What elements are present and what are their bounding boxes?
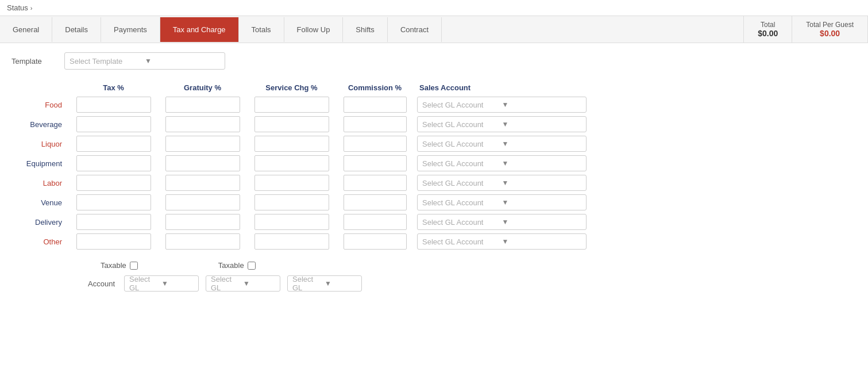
gl-select-liquor[interactable]: Select GL Account ▼ — [417, 136, 587, 152]
tab-contract[interactable]: Contract — [388, 17, 442, 42]
tax-input-food[interactable] — [76, 97, 151, 113]
tax-cell-liquor — [69, 136, 158, 152]
gratuity-cell-liquor — [158, 136, 247, 152]
gl-select-delivery[interactable]: Select GL Account ▼ — [417, 214, 587, 230]
commission-input-food[interactable] — [344, 97, 407, 113]
gl-select-equipment[interactable]: Select GL Account ▼ — [417, 155, 587, 171]
sales-account-cell-beverage: Select GL Account ▼ — [414, 116, 592, 132]
sales-account-cell-labor: Select GL Account ▼ — [414, 175, 592, 191]
service-chg-input-liquor[interactable] — [254, 136, 329, 152]
service-chg-input-delivery[interactable] — [254, 214, 329, 230]
gratuity-input-beverage[interactable] — [165, 116, 240, 132]
tab-general[interactable]: General — [0, 17, 52, 42]
gl-select-labor[interactable]: Select GL Account ▼ — [417, 175, 587, 191]
column-headers: Tax % Gratuity % Service Chg % Commissio… — [11, 81, 857, 94]
tab-totals[interactable]: Totals — [239, 17, 284, 42]
commission-cell-liquor — [336, 136, 414, 152]
gratuity-input-food[interactable] — [165, 97, 240, 113]
status-bar: Status › — [0, 0, 868, 16]
tax-input-venue[interactable] — [76, 194, 151, 210]
tax-cell-venue — [69, 194, 158, 210]
gl-placeholder-beverage: Select GL Account — [422, 120, 502, 129]
row-label-beverage: Beverage — [11, 120, 69, 129]
col-header-commission: Commission % — [336, 81, 414, 94]
tax-cell-labor — [69, 175, 158, 191]
taxable-checkbox-2[interactable] — [248, 262, 256, 270]
gratuity-input-labor[interactable] — [165, 175, 240, 191]
row-label-liquor: Liquor — [11, 140, 69, 148]
total-label: Total — [758, 21, 778, 29]
per-guest-label: Total Per Guest — [806, 21, 854, 29]
tab-payments[interactable]: Payments — [101, 17, 160, 42]
tax-input-beverage[interactable] — [76, 116, 151, 132]
taxable-item-1: Taxable — [101, 261, 138, 270]
tab-follow-up[interactable]: Follow Up — [284, 17, 344, 42]
taxable-label-2: Taxable — [218, 261, 244, 270]
account-select-2[interactable]: Select GL ▼ — [206, 275, 280, 292]
gl-select-venue[interactable]: Select GL Account ▼ — [417, 194, 587, 210]
gratuity-input-other[interactable] — [165, 233, 240, 250]
service-chg-input-equipment[interactable] — [254, 155, 329, 171]
commission-input-labor[interactable] — [344, 175, 407, 191]
tab-details[interactable]: Details — [52, 17, 101, 42]
tax-cell-equipment — [69, 155, 158, 171]
sales-account-cell-liquor: Select GL Account ▼ — [414, 136, 592, 152]
commission-input-beverage[interactable] — [344, 116, 407, 132]
data-rows-container: Food Select GL Account ▼ Beverage — [11, 97, 857, 250]
gl-placeholder-liquor: Select GL Account — [422, 140, 502, 148]
template-select[interactable]: Select Template ▼ — [64, 52, 225, 70]
account-select-2-arrow: ▼ — [243, 279, 275, 288]
commission-cell-beverage — [336, 116, 414, 132]
commission-input-liquor[interactable] — [344, 136, 407, 152]
data-row-delivery: Delivery Select GL Account ▼ — [11, 214, 857, 230]
gratuity-cell-delivery — [158, 214, 247, 230]
tax-input-other[interactable] — [76, 233, 151, 250]
gratuity-cell-equipment — [158, 155, 247, 171]
gl-select-food[interactable]: Select GL Account ▼ — [417, 97, 587, 113]
gratuity-input-venue[interactable] — [165, 194, 240, 210]
taxable-item-2: Taxable — [218, 261, 256, 270]
commission-input-venue[interactable] — [344, 194, 407, 210]
sales-account-cell-food: Select GL Account ▼ — [414, 97, 592, 113]
account-select-3[interactable]: Select GL ▼ — [287, 275, 362, 292]
template-label: Template — [11, 57, 57, 66]
service-chg-cell-equipment — [247, 155, 336, 171]
tab-tax-and-charge[interactable]: Tax and Charge — [160, 17, 239, 42]
service-chg-input-venue[interactable] — [254, 194, 329, 210]
row-label-venue: Venue — [11, 198, 69, 207]
tax-input-labor[interactable] — [76, 175, 151, 191]
gl-placeholder-labor: Select GL Account — [422, 179, 502, 187]
service-chg-cell-liquor — [247, 136, 336, 152]
gl-select-beverage[interactable]: Select GL Account ▼ — [417, 116, 587, 132]
commission-cell-labor — [336, 175, 414, 191]
gratuity-input-delivery[interactable] — [165, 214, 240, 230]
sales-account-cell-delivery: Select GL Account ▼ — [414, 214, 592, 230]
gl-select-other[interactable]: Select GL Account ▼ — [417, 233, 587, 250]
gratuity-input-liquor[interactable] — [165, 136, 240, 152]
tax-input-delivery[interactable] — [76, 214, 151, 230]
account-select-1[interactable]: Select GL ▼ — [124, 275, 199, 292]
col-header-row-label — [11, 81, 69, 94]
gratuity-cell-venue — [158, 194, 247, 210]
tax-cell-beverage — [69, 116, 158, 132]
tax-input-liquor[interactable] — [76, 136, 151, 152]
status-chevron: › — [30, 5, 33, 12]
per-guest-value: $0.00 — [806, 29, 854, 38]
commission-input-other[interactable] — [344, 233, 407, 250]
service-chg-input-labor[interactable] — [254, 175, 329, 191]
gl-placeholder-venue: Select GL Account — [422, 198, 502, 207]
service-chg-cell-labor — [247, 175, 336, 191]
tax-input-equipment[interactable] — [76, 155, 151, 171]
commission-input-equipment[interactable] — [344, 155, 407, 171]
service-chg-input-other[interactable] — [254, 233, 329, 250]
gratuity-input-equipment[interactable] — [165, 155, 240, 171]
taxable-checkbox-1[interactable] — [130, 262, 138, 270]
tax-cell-delivery — [69, 214, 158, 230]
service-chg-input-food[interactable] — [254, 97, 329, 113]
account-select-2-placeholder: Select GL — [211, 275, 243, 292]
service-chg-input-beverage[interactable] — [254, 116, 329, 132]
commission-input-delivery[interactable] — [344, 214, 407, 230]
data-row-labor: Labor Select GL Account ▼ — [11, 175, 857, 191]
gl-arrow-beverage: ▼ — [502, 120, 582, 128]
tab-shifts[interactable]: Shifts — [343, 17, 388, 42]
